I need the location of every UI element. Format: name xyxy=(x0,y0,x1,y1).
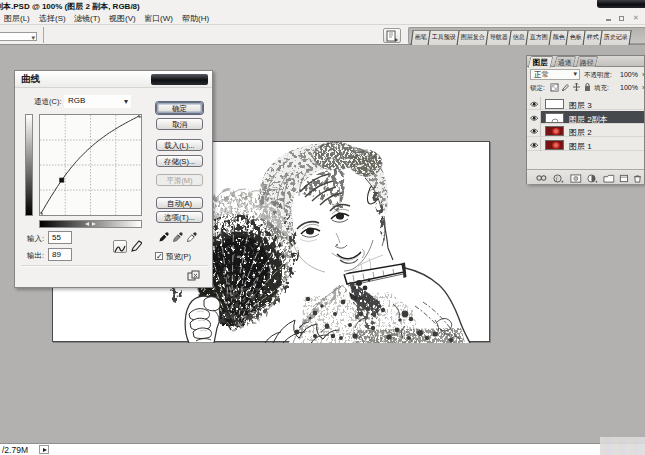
compression-noise xyxy=(600,437,645,455)
menu-bar: 图层(L) 选择(S) 滤镜(T) 视图(V) 窗口(W) 帮助(H) ✕ xyxy=(0,11,645,24)
layer-thumbnail[interactable] xyxy=(545,140,564,150)
tab-paths[interactable]: 路径 xyxy=(576,56,599,67)
layer-row-2-copy[interactable]: 图层 2副本 xyxy=(527,111,644,124)
curves-dialog-title: 曲线 xyxy=(21,73,40,86)
link-icon[interactable] xyxy=(536,174,547,182)
separator xyxy=(43,27,44,43)
input-gradient-bar xyxy=(39,220,142,228)
cancel-button[interactable]: 取消 xyxy=(156,118,203,130)
opacity-value[interactable]: 100% xyxy=(620,71,638,78)
load-button[interactable]: 载入(L)... xyxy=(156,139,203,151)
channel-value: RGB xyxy=(68,96,85,105)
output-gradient-bar xyxy=(25,114,33,216)
layer-group-icon[interactable] xyxy=(603,174,615,183)
save-button[interactable]: 存储(S)... xyxy=(156,155,203,167)
layers-panel-tabs: 图层 通道 路径 xyxy=(527,56,644,67)
eye-icon xyxy=(530,128,538,134)
adjustment-layer-icon[interactable] xyxy=(587,174,598,183)
black-eyedropper-icon[interactable] xyxy=(158,231,170,243)
preview-label: 预览(P) xyxy=(166,252,191,262)
visibility-cell[interactable] xyxy=(527,138,541,151)
lock-transparency-icon[interactable] xyxy=(550,82,559,92)
document-title-bar: 副本.PSD @ 100% (图层 2 副本, RGB/8) xyxy=(0,0,645,11)
curve-grid[interactable] xyxy=(39,114,142,216)
lock-paint-icon[interactable] xyxy=(561,82,570,92)
layer-name[interactable]: 图层 2 xyxy=(569,127,592,138)
layer-thumbnail[interactable] xyxy=(545,99,564,109)
blend-mode-row: 正常 ▾ 不透明度: 100% › xyxy=(527,69,644,81)
menu-view[interactable]: 视图(V) xyxy=(109,13,136,24)
layers-panel-footer: f xyxy=(527,169,644,184)
options-button[interactable]: 选项(T)... xyxy=(156,211,203,223)
lock-all-icon[interactable] xyxy=(583,82,592,92)
eye-icon xyxy=(530,142,538,148)
lock-row: 锁定: 填充: 100% › xyxy=(527,82,644,94)
status-menu-button[interactable] xyxy=(39,445,49,454)
menu-layer[interactable]: 图层(L) xyxy=(4,13,30,24)
grid-size-toggle-icon[interactable] xyxy=(187,270,200,281)
menu-help[interactable]: 帮助(H) xyxy=(182,13,209,24)
visibility-cell[interactable] xyxy=(527,97,541,110)
tab-channels[interactable]: 通道 xyxy=(554,56,577,67)
output-field[interactable]: 89 xyxy=(48,248,72,261)
menu-window[interactable]: 窗口(W) xyxy=(144,13,173,24)
layer-style-icon[interactable]: f xyxy=(553,174,564,183)
layer-name[interactable]: 图层 3 xyxy=(569,100,592,111)
layer-row-3[interactable]: 图层 3 xyxy=(527,97,644,110)
layer-name[interactable]: 图层 1 xyxy=(569,141,592,152)
tab-layers[interactable]: 图层 xyxy=(528,56,554,68)
arrow-right-icon xyxy=(43,448,47,452)
ok-button[interactable]: 确定 xyxy=(156,102,203,114)
layer-name[interactable]: 图层 2副本 xyxy=(569,114,608,125)
lock-label: 锁定: xyxy=(530,84,545,93)
chevron-right-icon[interactable]: › xyxy=(642,71,644,78)
menu-filter[interactable]: 滤镜(T) xyxy=(74,13,100,24)
fill-label: 填充: xyxy=(594,84,609,93)
layer-row-1[interactable]: 图层 1 xyxy=(527,138,644,151)
auto-button[interactable]: 自动(A) xyxy=(156,197,203,209)
blend-mode-value: 正常 xyxy=(534,70,549,79)
window-control-buttons[interactable] xyxy=(597,0,645,8)
file-browser-icon xyxy=(386,30,399,42)
gray-eyedropper-icon[interactable] xyxy=(172,231,184,243)
visibility-cell[interactable] xyxy=(527,124,541,137)
curve-plot xyxy=(40,115,141,215)
input-field[interactable]: 55 xyxy=(48,231,72,244)
minimize-icon[interactable] xyxy=(606,19,611,21)
channel-combo[interactable]: RGB ▾ xyxy=(64,95,131,108)
pencil-tool-icon[interactable] xyxy=(130,240,142,253)
tool-preset-combo[interactable]: ▾ xyxy=(0,32,37,41)
separator xyxy=(21,265,208,267)
layer-thumbnail[interactable] xyxy=(545,113,564,123)
white-eyedropper-icon[interactable] xyxy=(186,231,198,243)
chevron-down-icon: ▾ xyxy=(124,97,128,106)
preview-checkbox[interactable]: ✓ xyxy=(155,252,163,260)
options-bar: ▾ 画笔 工具预设 图层复合 导航器 信息 直方图 颜色 色板 样式 历史记录 xyxy=(0,24,645,45)
workspace: 曲线 通道(C): RGB ▾ 输入: 55 输出: 89 确定 取消 载入(L… xyxy=(0,45,645,443)
close-icon[interactable]: ✕ xyxy=(633,15,639,21)
curves-dialog-titlebar[interactable]: 曲线 xyxy=(15,71,212,88)
gradient-arrow-right-icon[interactable] xyxy=(92,222,96,226)
menu-select[interactable]: 选择(S) xyxy=(39,13,66,24)
curves-dialog-close-button[interactable] xyxy=(151,74,208,85)
gradient-arrow-left-icon[interactable] xyxy=(85,222,89,226)
layer-thumbnail[interactable] xyxy=(545,126,564,136)
input-label: 输入: xyxy=(27,234,44,244)
channel-label: 通道(C): xyxy=(34,97,62,107)
eye-icon xyxy=(530,115,538,121)
layers-list: 图层 3 图层 2副本 图层 2 图层 1 xyxy=(527,94,644,169)
layer-mask-icon[interactable] xyxy=(570,174,582,183)
file-browser-button[interactable] xyxy=(383,28,401,43)
blend-mode-combo[interactable]: 正常 ▾ xyxy=(530,69,580,80)
chevron-down-icon: ▾ xyxy=(31,34,35,42)
fill-value[interactable]: 100% xyxy=(620,84,638,91)
layer-row-2[interactable]: 图层 2 xyxy=(527,124,644,137)
delete-layer-icon[interactable] xyxy=(633,174,642,183)
chevron-right-icon[interactable]: › xyxy=(642,84,644,91)
lock-move-icon[interactable] xyxy=(572,82,581,92)
new-layer-icon[interactable] xyxy=(619,174,629,183)
curve-tool-button[interactable] xyxy=(113,240,127,253)
visibility-cell[interactable] xyxy=(527,111,541,124)
curve-tool-icon xyxy=(114,244,126,255)
restore-icon[interactable] xyxy=(619,16,624,21)
